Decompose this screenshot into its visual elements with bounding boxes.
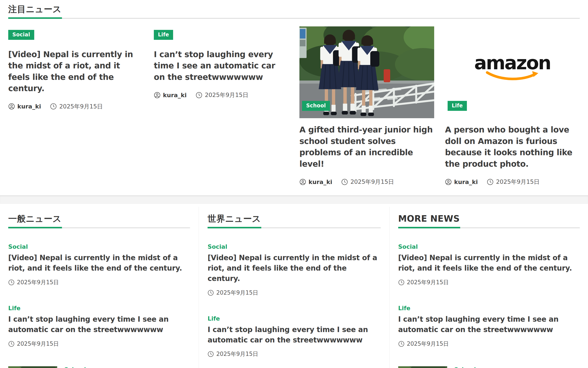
article-date: 2025年9月15日 [59, 103, 103, 110]
section-divider-band [0, 195, 588, 204]
clock-icon [196, 92, 202, 99]
list-item: Life I can’t stop laughing every time I … [398, 305, 580, 348]
article-title[interactable]: I can’t stop laughing every time I see a… [154, 49, 289, 83]
article-title[interactable]: I can’t stop laughing every time I see a… [398, 314, 580, 335]
article-list: Social [Video] Nepal is currently in the… [208, 243, 380, 368]
article-meta: kura_ki 2025年9月15日 [445, 178, 580, 186]
category-badge[interactable]: Life [448, 101, 467, 111]
user-icon [299, 179, 306, 185]
category-link[interactable]: Life [8, 305, 190, 312]
article-date: 2025年9月15日 [216, 289, 258, 296]
article-date: 2025年9月15日 [496, 178, 540, 186]
column-header: 世界ニュース [208, 212, 380, 228]
user-icon [154, 92, 161, 99]
article-date-row: 2025年9月15日 [208, 289, 380, 296]
article-date: 2025年9月15日 [205, 91, 248, 99]
article-list: Social [Video] Nepal is currently in the… [8, 243, 190, 368]
clock-icon [8, 279, 15, 285]
school-students-photo [398, 366, 447, 368]
column-title: MORE NEWS [398, 212, 460, 228]
clock-icon [398, 341, 405, 347]
article-date: 2025年9月15日 [407, 279, 449, 286]
featured-section-header: 注目ニュース [8, 3, 580, 18]
list-item-text: School A gifted third-year junior high s… [454, 366, 580, 368]
clock-icon [208, 351, 214, 357]
list-item-text: School A gifted third-year junior high s… [64, 366, 190, 368]
article-date-row: 2025年9月15日 [8, 279, 190, 286]
article-title[interactable]: [Video] Nepal is currently in the midst … [8, 253, 190, 273]
article-title[interactable]: A gifted third-year junior high school s… [299, 124, 434, 170]
list-item: Social [Video] Nepal is currently in the… [208, 243, 380, 296]
featured-article-2: Life I can’t stop laughing every time I … [154, 27, 289, 186]
article-meta: kura_ki 2025年9月15日 [154, 91, 289, 99]
article-title[interactable]: [Video] Nepal is currently in the midst … [208, 253, 380, 284]
featured-article-4: amazon Life A person who bought a love d… [445, 27, 580, 186]
article-date-row: 2025年9月15日 [8, 340, 190, 348]
list-item: School A gifted third-year junior high s… [398, 366, 580, 368]
clock-icon [50, 103, 57, 110]
featured-section-title: 注目ニュース [8, 3, 62, 19]
column-title: 世界ニュース [208, 212, 261, 228]
article-date: 2025年9月15日 [350, 178, 394, 186]
list-item: Life I can’t stop laughing every time I … [8, 305, 190, 348]
article-title[interactable]: [Video] Nepal is currently in the midst … [398, 253, 580, 273]
featured-article-1: Social [Video] Nepal is currently in the… [8, 27, 143, 186]
article-date-row: 2025年9月15日 [398, 279, 580, 286]
article-title[interactable]: I can’t stop laughing every time I see a… [208, 324, 380, 345]
article-meta: kura_ki 2025年9月15日 [8, 103, 143, 110]
news-column-more: MORE NEWS Social [Video] Nepal is curren… [389, 207, 580, 368]
user-icon [445, 179, 452, 185]
article-author[interactable]: kura_ki [309, 179, 332, 185]
clock-icon [208, 290, 214, 296]
article-title[interactable]: I can’t stop laughing every time I see a… [8, 314, 190, 335]
article-image-school-students[interactable]: School [299, 27, 434, 118]
list-item: School A gifted third-year junior high s… [8, 366, 190, 368]
list-item: Life I can’t stop laughing every time I … [208, 315, 380, 358]
article-date: 2025年9月15日 [17, 340, 59, 348]
article-meta: kura_ki 2025年9月15日 [299, 178, 434, 186]
article-title[interactable]: [Video] Nepal is currently in the midst … [8, 49, 143, 94]
category-link[interactable]: Social [8, 243, 190, 250]
category-link[interactable]: Social [398, 243, 580, 250]
news-column-world: 世界ニュース Social [Video] Nepal is currently… [199, 207, 389, 368]
list-item: Social [Video] Nepal is currently in the… [8, 243, 190, 286]
category-link[interactable]: Life [208, 315, 380, 322]
article-date-row: 2025年9月15日 [208, 350, 380, 358]
amazon-wordmark: amazon [474, 54, 550, 72]
featured-section: 注目ニュース Social [Video] Nepal is currently… [8, 3, 580, 186]
article-author[interactable]: kura_ki [163, 92, 187, 99]
column-header: MORE NEWS [398, 212, 580, 228]
article-author[interactable]: kura_ki [454, 179, 478, 185]
featured-grid: Social [Video] Nepal is currently in the… [8, 27, 580, 186]
category-link[interactable]: School [64, 366, 190, 368]
article-date-row: 2025年9月15日 [398, 340, 580, 348]
list-item: Social [Video] Nepal is currently in the… [398, 243, 580, 286]
article-title[interactable]: A person who bought a love doll on Amazo… [445, 124, 580, 170]
category-link[interactable]: Social [208, 243, 380, 250]
column-title: 一般ニュース [8, 212, 62, 228]
article-list: Social [Video] Nepal is currently in the… [398, 243, 580, 368]
category-link[interactable]: School [454, 366, 580, 368]
category-badge[interactable]: Social [8, 30, 34, 40]
article-author[interactable]: kura_ki [17, 103, 41, 110]
news-column-general: 一般ニュース Social [Video] Nepal is currently… [8, 207, 199, 368]
article-thumbnail[interactable] [398, 366, 447, 368]
category-link[interactable]: Life [398, 305, 580, 312]
clock-icon [341, 179, 348, 185]
news-columns: 一般ニュース Social [Video] Nepal is currently… [0, 204, 588, 368]
article-image-amazon[interactable]: amazon Life [445, 27, 580, 118]
featured-article-3: School A gifted third-year junior high s… [299, 27, 434, 186]
clock-icon [487, 179, 493, 185]
school-students-photo [8, 366, 57, 368]
category-badge[interactable]: School [302, 101, 330, 111]
category-badge[interactable]: Life [154, 30, 173, 40]
article-thumbnail[interactable] [8, 366, 57, 368]
clock-icon [398, 279, 405, 285]
amazon-logo: amazon [474, 54, 550, 83]
user-icon [8, 103, 15, 110]
column-header: 一般ニュース [8, 212, 190, 228]
article-date: 2025年9月15日 [216, 350, 258, 358]
clock-icon [8, 341, 15, 347]
article-date: 2025年9月15日 [17, 279, 59, 286]
article-date: 2025年9月15日 [407, 340, 449, 348]
